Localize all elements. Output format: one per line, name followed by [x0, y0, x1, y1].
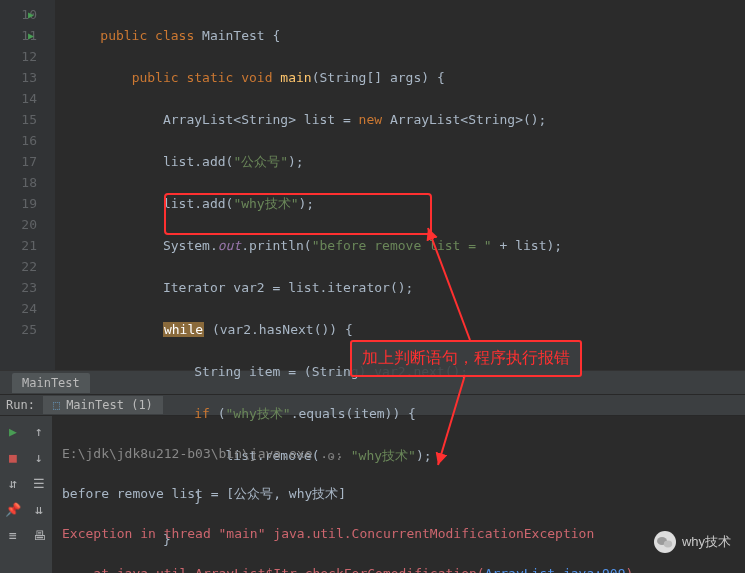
line-number: 19: [0, 193, 55, 214]
layout-button[interactable]: ⇵: [4, 474, 22, 492]
scroll-button[interactable]: ⇊: [30, 500, 48, 518]
tab-maintest[interactable]: MainTest: [12, 373, 90, 393]
line-number: 15: [0, 109, 55, 130]
line-gutter: ▶10 ▶11 12 13 14 15 16 17 18 19 20 21 22…: [0, 0, 55, 370]
run-tab[interactable]: ⬚ MainTest (1): [43, 396, 163, 414]
line-number: 16: [0, 130, 55, 151]
console-stack: at java.util.ArrayList$Itr.checkForComod…: [62, 564, 633, 573]
console-cmd: E:\jdk\jdk8u212-b03\bin\java.exe ...: [62, 444, 633, 464]
up-button[interactable]: ↑: [30, 422, 48, 440]
line-number: ▶11: [0, 25, 55, 46]
line-number: 18: [0, 172, 55, 193]
run-label: Run:: [0, 398, 35, 412]
pin-button[interactable]: 📌: [4, 500, 22, 518]
line-number: 23: [0, 277, 55, 298]
line-number: 13: [0, 67, 55, 88]
stack-link[interactable]: ArrayList.java:909: [485, 566, 626, 573]
wechat-icon: [654, 531, 676, 553]
console-exception: Exception in thread "main" java.util.Con…: [62, 524, 633, 544]
line-number: 12: [0, 46, 55, 67]
run-method-icon[interactable]: ▶: [28, 30, 34, 41]
rerun-button[interactable]: ▶: [4, 422, 22, 440]
watermark: why技术: [654, 531, 731, 553]
line-number: 20: [0, 214, 55, 235]
line-number: 17: [0, 151, 55, 172]
print-button[interactable]: 🖶: [30, 526, 48, 544]
console-stdout: before remove list = [公众号, why技术]: [62, 484, 633, 504]
down-button[interactable]: ↓: [30, 448, 48, 466]
code-area[interactable]: public class MainTest { public static vo…: [55, 0, 562, 370]
run-toolbar-right: ↑ ↓ ☰ ⇊ 🖶: [26, 416, 52, 573]
run-class-icon[interactable]: ▶: [28, 9, 34, 20]
line-number: 22: [0, 256, 55, 277]
line-number: ▶10: [0, 4, 55, 25]
stop-button[interactable]: ■: [4, 448, 22, 466]
line-number: 21: [0, 235, 55, 256]
line-number: 25: [0, 319, 55, 340]
run-toolbar-left: ▶ ■ ⇵ 📌 ≡: [0, 416, 26, 573]
code-editor[interactable]: ▶10 ▶11 12 13 14 15 16 17 18 19 20 21 22…: [0, 0, 745, 370]
line-number: 24: [0, 298, 55, 319]
run-config-icon: ⬚: [53, 398, 60, 412]
console-output[interactable]: E:\jdk\jdk8u212-b03\bin\java.exe ... bef…: [52, 416, 643, 573]
svg-point-3: [664, 541, 672, 548]
line-number: 14: [0, 88, 55, 109]
more-button[interactable]: ≡: [4, 526, 22, 544]
wrap-button[interactable]: ☰: [30, 474, 48, 492]
annotation-text: 加上判断语句，程序执行报错: [350, 340, 582, 377]
